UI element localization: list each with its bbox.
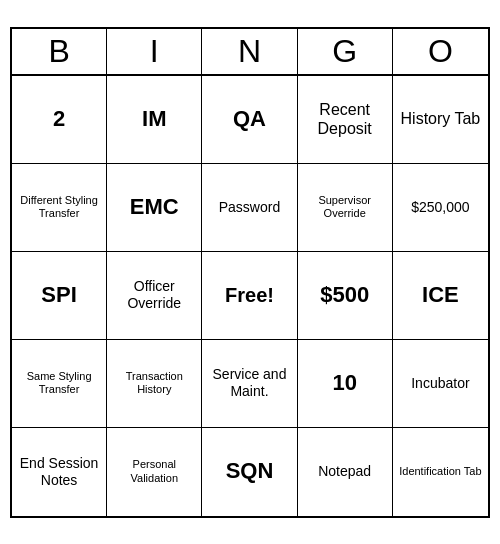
bingo-cell: Incubator (393, 340, 488, 428)
bingo-cell: History Tab (393, 76, 488, 164)
bingo-cell: 10 (298, 340, 393, 428)
bingo-cell: Notepad (298, 428, 393, 516)
bingo-cell: SQN (202, 428, 297, 516)
bingo-cell: Recent Deposit (298, 76, 393, 164)
header-letter: O (393, 29, 488, 74)
bingo-cell: Different Styling Transfer (12, 164, 107, 252)
bingo-cell: Identification Tab (393, 428, 488, 516)
bingo-cell: ICE (393, 252, 488, 340)
bingo-card: BINGO 2IMQARecent DepositHistory TabDiff… (10, 27, 490, 518)
bingo-header: BINGO (12, 29, 488, 76)
bingo-cell: Service and Maint. (202, 340, 297, 428)
bingo-cell: EMC (107, 164, 202, 252)
bingo-cell: $500 (298, 252, 393, 340)
header-letter: G (298, 29, 393, 74)
bingo-cell: IM (107, 76, 202, 164)
bingo-cell: End Session Notes (12, 428, 107, 516)
bingo-cell: Personal Validation (107, 428, 202, 516)
bingo-cell: Same Styling Transfer (12, 340, 107, 428)
bingo-cell: Free! (202, 252, 297, 340)
header-letter: B (12, 29, 107, 74)
bingo-cell: $250,000 (393, 164, 488, 252)
bingo-cell: 2 (12, 76, 107, 164)
bingo-cell: Transaction History (107, 340, 202, 428)
bingo-cell: Supervisor Override (298, 164, 393, 252)
header-letter: N (202, 29, 297, 74)
bingo-cell: Officer Override (107, 252, 202, 340)
bingo-grid: 2IMQARecent DepositHistory TabDifferent … (12, 76, 488, 516)
bingo-cell: QA (202, 76, 297, 164)
bingo-cell: SPI (12, 252, 107, 340)
bingo-cell: Password (202, 164, 297, 252)
header-letter: I (107, 29, 202, 74)
